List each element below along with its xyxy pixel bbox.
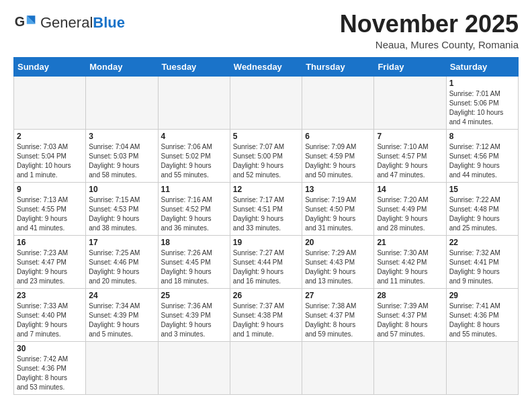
- day-info: Sunrise: 7:30 AM Sunset: 4:42 PM Dayligh…: [377, 248, 443, 286]
- day-number: 17: [89, 238, 154, 247]
- day-info: Sunrise: 7:42 AM Sunset: 4:36 PM Dayligh…: [17, 355, 83, 392]
- day-cell: 6Sunrise: 7:09 AM Sunset: 4:59 PM Daylig…: [302, 129, 374, 182]
- day-number: 24: [89, 291, 154, 300]
- col-monday: Monday: [86, 57, 158, 76]
- day-number: 22: [449, 238, 515, 247]
- day-cell: [374, 76, 446, 129]
- day-info: Sunrise: 7:25 AM Sunset: 4:46 PM Dayligh…: [89, 248, 154, 286]
- day-cell: 9Sunrise: 7:13 AM Sunset: 4:55 PM Daylig…: [14, 182, 86, 235]
- calendar-table: Sunday Monday Tuesday Wednesday Thursday…: [13, 57, 519, 395]
- day-cell: [230, 76, 302, 129]
- day-number: 27: [305, 291, 371, 300]
- calendar-header: Sunday Monday Tuesday Wednesday Thursday…: [14, 57, 519, 76]
- day-info: Sunrise: 7:36 AM Sunset: 4:39 PM Dayligh…: [161, 302, 227, 339]
- day-number: 7: [377, 132, 443, 141]
- day-info: Sunrise: 7:38 AM Sunset: 4:37 PM Dayligh…: [305, 302, 371, 339]
- day-cell: 22Sunrise: 7:32 AM Sunset: 4:41 PM Dayli…: [446, 235, 518, 288]
- day-cell: 1Sunrise: 7:01 AM Sunset: 5:06 PM Daylig…: [446, 76, 518, 129]
- day-number: 5: [233, 132, 299, 141]
- day-cell: 30Sunrise: 7:42 AM Sunset: 4:36 PM Dayli…: [14, 341, 86, 394]
- day-cell: 15Sunrise: 7:22 AM Sunset: 4:48 PM Dayli…: [446, 182, 518, 235]
- day-info: Sunrise: 7:09 AM Sunset: 4:59 PM Dayligh…: [305, 142, 371, 180]
- day-cell: [14, 76, 86, 129]
- day-number: 13: [305, 185, 371, 194]
- day-cell: 24Sunrise: 7:34 AM Sunset: 4:39 PM Dayli…: [86, 288, 158, 341]
- day-info: Sunrise: 7:07 AM Sunset: 5:00 PM Dayligh…: [233, 142, 299, 180]
- day-number: 20: [305, 238, 371, 247]
- day-number: 16: [17, 238, 83, 247]
- day-number: 23: [17, 291, 83, 300]
- day-info: Sunrise: 7:03 AM Sunset: 5:04 PM Dayligh…: [17, 142, 83, 180]
- logo-blue: Blue: [93, 14, 125, 31]
- day-cell: 25Sunrise: 7:36 AM Sunset: 4:39 PM Dayli…: [158, 288, 230, 341]
- header: G GeneralBlue November 2025 Neaua, Mures…: [13, 11, 519, 50]
- day-cell: [158, 341, 230, 394]
- title-block: November 2025 Neaua, Mures County, Roman…: [340, 11, 519, 50]
- day-info: Sunrise: 7:32 AM Sunset: 4:41 PM Dayligh…: [449, 248, 515, 286]
- day-cell: 27Sunrise: 7:38 AM Sunset: 4:37 PM Dayli…: [302, 288, 374, 341]
- day-cell: 20Sunrise: 7:29 AM Sunset: 4:43 PM Dayli…: [302, 235, 374, 288]
- day-number: 2: [17, 132, 83, 141]
- day-cell: 8Sunrise: 7:12 AM Sunset: 4:56 PM Daylig…: [446, 129, 518, 182]
- day-info: Sunrise: 7:39 AM Sunset: 4:37 PM Dayligh…: [377, 302, 443, 339]
- day-info: Sunrise: 7:19 AM Sunset: 4:50 PM Dayligh…: [305, 195, 371, 233]
- day-cell: 12Sunrise: 7:17 AM Sunset: 4:51 PM Dayli…: [230, 182, 302, 235]
- day-info: Sunrise: 7:29 AM Sunset: 4:43 PM Dayligh…: [305, 248, 371, 286]
- day-cell: [158, 76, 230, 129]
- day-info: Sunrise: 7:23 AM Sunset: 4:47 PM Dayligh…: [17, 248, 83, 286]
- day-number: 14: [377, 185, 443, 194]
- calendar-subtitle: Neaua, Mures County, Romania: [340, 39, 519, 50]
- day-cell: 14Sunrise: 7:20 AM Sunset: 4:49 PM Dayli…: [374, 182, 446, 235]
- day-number: 3: [89, 132, 154, 141]
- day-cell: 5Sunrise: 7:07 AM Sunset: 5:00 PM Daylig…: [230, 129, 302, 182]
- day-cell: 13Sunrise: 7:19 AM Sunset: 4:50 PM Dayli…: [302, 182, 374, 235]
- day-info: Sunrise: 7:22 AM Sunset: 4:48 PM Dayligh…: [449, 195, 515, 233]
- day-number: 29: [449, 291, 515, 300]
- day-number: 15: [449, 185, 515, 194]
- day-cell: [374, 341, 446, 394]
- col-tuesday: Tuesday: [158, 57, 230, 76]
- day-cell: 29Sunrise: 7:41 AM Sunset: 4:36 PM Dayli…: [446, 288, 518, 341]
- day-cell: 26Sunrise: 7:37 AM Sunset: 4:38 PM Dayli…: [230, 288, 302, 341]
- day-number: 9: [17, 185, 83, 194]
- day-info: Sunrise: 7:16 AM Sunset: 4:52 PM Dayligh…: [161, 195, 227, 233]
- page: G GeneralBlue November 2025 Neaua, Mures…: [0, 0, 532, 406]
- col-thursday: Thursday: [302, 57, 374, 76]
- day-info: Sunrise: 7:04 AM Sunset: 5:03 PM Dayligh…: [89, 142, 154, 180]
- day-number: 11: [161, 185, 227, 194]
- calendar-title: November 2025: [340, 11, 519, 38]
- day-cell: 2Sunrise: 7:03 AM Sunset: 5:04 PM Daylig…: [14, 129, 86, 182]
- col-sunday: Sunday: [14, 57, 86, 76]
- day-info: Sunrise: 7:33 AM Sunset: 4:40 PM Dayligh…: [17, 302, 83, 339]
- day-cell: 23Sunrise: 7:33 AM Sunset: 4:40 PM Dayli…: [14, 288, 86, 341]
- day-cell: [302, 76, 374, 129]
- day-info: Sunrise: 7:12 AM Sunset: 4:56 PM Dayligh…: [449, 142, 515, 180]
- day-cell: 28Sunrise: 7:39 AM Sunset: 4:37 PM Dayli…: [374, 288, 446, 341]
- day-cell: 4Sunrise: 7:06 AM Sunset: 5:02 PM Daylig…: [158, 129, 230, 182]
- day-info: Sunrise: 7:41 AM Sunset: 4:36 PM Dayligh…: [449, 302, 515, 339]
- day-number: 21: [377, 238, 443, 247]
- col-friday: Friday: [374, 57, 446, 76]
- col-saturday: Saturday: [446, 57, 518, 76]
- day-number: 30: [17, 344, 83, 353]
- day-number: 4: [161, 132, 227, 141]
- day-info: Sunrise: 7:26 AM Sunset: 4:45 PM Dayligh…: [161, 248, 227, 286]
- day-number: 8: [449, 132, 515, 141]
- day-info: Sunrise: 7:06 AM Sunset: 5:02 PM Dayligh…: [161, 142, 227, 180]
- day-cell: [86, 76, 158, 129]
- day-info: Sunrise: 7:13 AM Sunset: 4:55 PM Dayligh…: [17, 195, 83, 233]
- day-number: 6: [305, 132, 371, 141]
- day-cell: [230, 341, 302, 394]
- day-info: Sunrise: 7:10 AM Sunset: 4:57 PM Dayligh…: [377, 142, 443, 180]
- week-row-1: 2Sunrise: 7:03 AM Sunset: 5:04 PM Daylig…: [14, 129, 519, 182]
- week-row-0: 1Sunrise: 7:01 AM Sunset: 5:06 PM Daylig…: [14, 76, 519, 129]
- calendar-body: 1Sunrise: 7:01 AM Sunset: 5:06 PM Daylig…: [14, 76, 519, 394]
- week-row-3: 16Sunrise: 7:23 AM Sunset: 4:47 PM Dayli…: [14, 235, 519, 288]
- day-number: 26: [233, 291, 299, 300]
- logo-text: GeneralBlue: [40, 15, 125, 30]
- day-number: 25: [161, 291, 227, 300]
- day-info: Sunrise: 7:17 AM Sunset: 4:51 PM Dayligh…: [233, 195, 299, 233]
- day-cell: 16Sunrise: 7:23 AM Sunset: 4:47 PM Dayli…: [14, 235, 86, 288]
- day-number: 18: [161, 238, 227, 247]
- header-row: Sunday Monday Tuesday Wednesday Thursday…: [14, 57, 519, 76]
